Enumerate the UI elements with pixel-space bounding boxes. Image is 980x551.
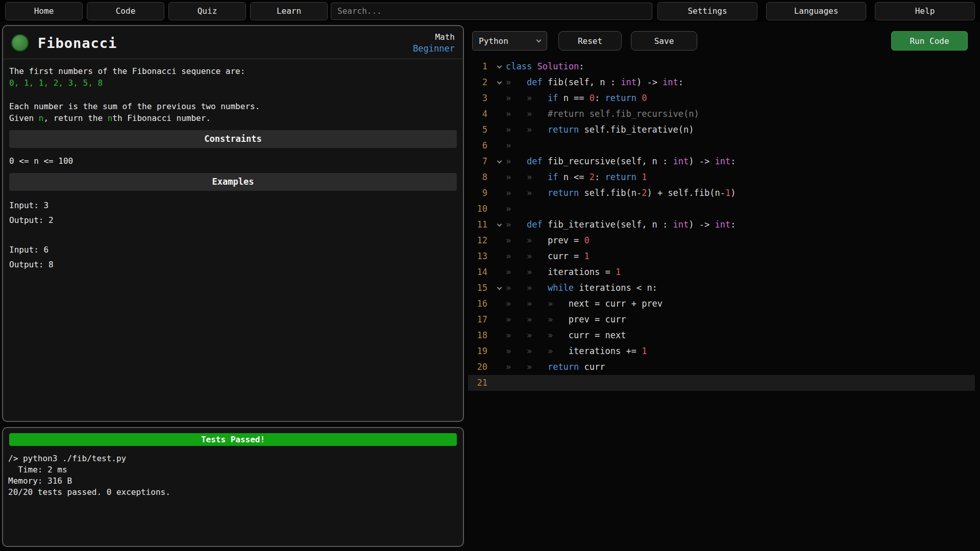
example-input: Input: 3 [9, 198, 457, 213]
nav-home-button[interactable]: Home [5, 2, 83, 20]
code-line[interactable]: 12» » prev = 0 [468, 233, 975, 248]
language-select-value: Python [479, 36, 508, 46]
line-number: 3 [468, 90, 493, 106]
nav-settings-button[interactable]: Settings [657, 2, 757, 20]
code-text: » » if n == 0: return 0 [506, 90, 647, 106]
terminal-line: Time: 2 ms [8, 464, 458, 475]
fold-chevron-icon[interactable] [493, 287, 506, 289]
line-number: 14 [468, 264, 493, 280]
fold-chevron-icon[interactable] [493, 66, 506, 68]
line-number: 4 [468, 106, 493, 122]
language-select[interactable]: Python [472, 31, 547, 51]
code-line[interactable]: 18» » » curr = next [468, 328, 975, 343]
terminal-line: 20/20 tests passed. 0 exceptions. [8, 487, 458, 498]
given-n-1: n [39, 113, 44, 123]
code-line[interactable]: 13» » curr = 1 [468, 248, 975, 264]
line-number: 15 [468, 280, 493, 296]
given-n-2: n [108, 113, 113, 123]
given-text-after: th Fibonacci number. [112, 113, 211, 123]
code-text: » » prev = 0 [506, 233, 590, 248]
problem-body: The first numbers of the Fibonacci seque… [3, 59, 463, 293]
code-line[interactable]: 11» def fib_iterative(self, n : int) -> … [468, 217, 975, 233]
code-text: » » return self.fib_iterative(n) [506, 122, 694, 138]
reset-button[interactable]: Reset [558, 31, 622, 51]
problem-difficulty-link[interactable]: Beginner [413, 43, 455, 54]
code-line[interactable]: 4» » #return self.fib_recursive(n) [468, 106, 975, 122]
terminal-output: /> python3 ./fib/test.py Time: 2 msMemor… [8, 453, 458, 498]
code-line[interactable]: 8» » if n <= 2: return 1 [468, 169, 975, 185]
constraint-text: 0 <= n <= 100 [9, 155, 457, 167]
code-lines: 1class Solution:2» def fib(self, n : int… [468, 59, 975, 391]
line-number: 7 [468, 154, 493, 169]
line-number: 17 [468, 312, 493, 328]
code-text: » def fib(self, n : int) -> int: [506, 74, 683, 90]
nav-languages-button[interactable]: Languages [766, 2, 866, 20]
nav-learn-button[interactable]: Learn [250, 2, 328, 20]
line-number: 12 [468, 233, 493, 248]
nav-help-button[interactable]: Help [875, 2, 975, 20]
code-line[interactable]: 2» def fib(self, n : int) -> int: [468, 74, 975, 90]
terminal-line: Memory: 316 B [8, 475, 458, 487]
code-line[interactable]: 3» » if n == 0: return 0 [468, 90, 975, 106]
example-output: Output: 8 [9, 257, 457, 272]
code-line[interactable]: 14» » iterations = 1 [468, 264, 975, 280]
nav-left-group: Home Code Quiz Learn [5, 2, 328, 20]
code-line[interactable]: 1class Solution: [468, 59, 975, 74]
code-line[interactable]: 19» » » iterations += 1 [468, 343, 975, 359]
line-number: 2 [468, 74, 493, 90]
line-number: 9 [468, 185, 493, 201]
code-text: » » while iterations < n: [506, 280, 657, 296]
nav-right-group: Settings Languages Help [657, 2, 975, 20]
line-number: 16 [468, 296, 493, 312]
code-line[interactable]: 10» [468, 201, 975, 217]
fibonacci-sequence-text: 0, 1, 1, 2, 3, 5, 8 [9, 77, 457, 89]
line-number: 8 [468, 169, 493, 185]
line-number: 20 [468, 359, 493, 375]
code-line[interactable]: 9» » return self.fib(n-2) + self.fib(n-1… [468, 185, 975, 201]
navbar: Home Code Quiz Learn Settings Languages … [0, 0, 980, 22]
code-text: » » curr = 1 [506, 248, 590, 264]
code-line[interactable]: 21 [468, 375, 975, 391]
nav-code-button[interactable]: Code [87, 2, 164, 20]
code-text: » [506, 138, 511, 154]
problem-meta: Math Beginner [413, 32, 455, 54]
code-editor[interactable]: 1class Solution:2» def fib(self, n : int… [468, 59, 975, 547]
problem-description-block: Each number is the sum of the previous t… [9, 101, 457, 124]
code-text: » » return self.fib(n-2) + self.fib(n-1) [506, 185, 736, 201]
code-text: » » » iterations += 1 [506, 343, 647, 359]
example-input: Input: 6 [9, 242, 457, 257]
line-number: 11 [468, 217, 493, 233]
code-line[interactable]: 5» » return self.fib_iterative(n) [468, 122, 975, 138]
problem-description-line1: Each number is the sum of the previous t… [9, 101, 457, 112]
code-text: » » return curr [506, 359, 605, 375]
code-line[interactable]: 20» » return curr [468, 359, 975, 375]
problem-header: Fibonacci Math Beginner [3, 26, 463, 59]
code-text: » » #return self.fib_recursive(n) [506, 106, 699, 122]
code-line[interactable]: 17» » » prev = curr [468, 312, 975, 328]
code-text: » » » prev = curr [506, 312, 626, 328]
code-text: » » » curr = next [506, 328, 626, 343]
problem-panel: Fibonacci Math Beginner The first number… [2, 25, 464, 422]
fold-chevron-icon[interactable] [493, 82, 506, 84]
tests-passed-banner: Tests Passed! [9, 433, 457, 446]
code-line[interactable]: 16» » » next = curr + prev [468, 296, 975, 312]
code-line[interactable]: 15» » while iterations < n: [468, 280, 975, 296]
search-input[interactable] [331, 3, 652, 20]
fold-chevron-icon[interactable] [493, 161, 506, 163]
problem-description-line2: Given n, return the nth Fibonacci number… [9, 112, 457, 124]
problem-status-icon [11, 34, 29, 52]
editor-column: Python Reset Save Run Code 1class Soluti… [468, 25, 975, 547]
run-code-button[interactable]: Run Code [891, 31, 968, 51]
fold-chevron-icon[interactable] [493, 224, 506, 226]
line-number: 18 [468, 328, 493, 343]
constraints-header: Constraints [9, 130, 457, 148]
editor-toolbar: Python Reset Save Run Code [468, 25, 975, 51]
code-line[interactable]: 6» [468, 138, 975, 154]
main-content: Fibonacci Math Beginner The first number… [0, 22, 980, 551]
code-text: » » iterations = 1 [506, 264, 621, 280]
example-block: Input: 6 Output: 8 [9, 242, 457, 272]
nav-quiz-button[interactable]: Quiz [168, 2, 246, 20]
code-line[interactable]: 7» def fib_recursive(self, n : int) -> i… [468, 154, 975, 169]
code-text: » def fib_recursive(self, n : int) -> in… [506, 154, 736, 169]
save-button[interactable]: Save [631, 31, 697, 51]
